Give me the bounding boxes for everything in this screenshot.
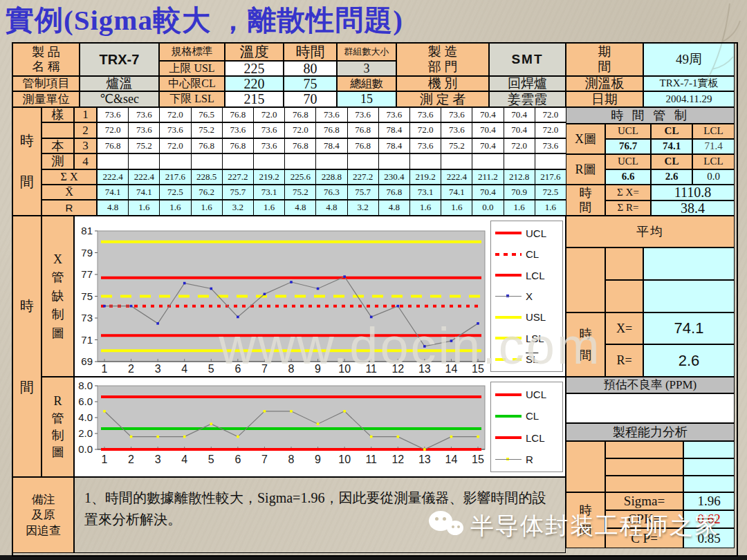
x-tick-label: 7 — [261, 454, 268, 465]
sample-cell: 72.0 — [504, 138, 535, 153]
cpk-value: 0.62 — [683, 510, 735, 528]
spec-standard-label: 規格標準 — [159, 43, 225, 61]
sample-cell: 76.3 — [315, 185, 347, 200]
sample-cell: 73.1 — [253, 185, 285, 200]
x-bar-row-label: X̄ — [42, 185, 97, 200]
lsl-label: 下限 LSL — [159, 91, 225, 107]
sample-cell: 73.6 — [128, 107, 160, 122]
r-row-label: R — [42, 200, 97, 216]
x-tick-label: 5 — [208, 454, 214, 465]
page-title: 實例(Sigma較大 ，離散性問題) — [6, 1, 403, 39]
r-lcl-value: 0.0 — [692, 169, 735, 185]
sample-cell: 73.6 — [253, 122, 285, 138]
sample-cell: 1.6 — [535, 200, 566, 216]
sample-cell: 212.8 — [504, 169, 535, 185]
sample-cell: 72.0 — [253, 107, 285, 122]
sample-cell: 73.6 — [222, 122, 254, 138]
legend-label: UCL — [526, 227, 546, 239]
capability-empty-mid — [605, 476, 683, 492]
sample-cell: 76.8 — [97, 138, 129, 153]
subgroup-size-label: 群組數大小 — [337, 43, 396, 61]
cp-value: 0.85 — [683, 528, 735, 548]
lcl-header: LCL — [692, 124, 735, 139]
sample-label-char: 本 — [42, 138, 74, 153]
r-ucl-value: 6.6 — [605, 169, 651, 185]
average-title: 平均 — [566, 216, 735, 248]
average-empty-mid — [605, 248, 643, 280]
sample-cell: 76.8 — [222, 138, 254, 153]
lsl-time-value: 70 — [284, 91, 337, 107]
slide-root: 實例(Sigma較大 ，離散性問題) 製 品 名 稱 TRX-7 規格標準 溫度… — [0, 0, 747, 560]
subgroup-size-value: 3 — [337, 61, 396, 76]
cpk-label: CPK= — [605, 510, 683, 528]
sample-cell: 1.6 — [504, 200, 535, 216]
x-tick-label: 10 — [338, 363, 351, 375]
capability-empty-mid — [605, 458, 683, 476]
legend-label: LSL — [526, 333, 544, 344]
unit-label: 測量單位 — [12, 91, 80, 107]
x-tick-label: 5 — [208, 363, 214, 375]
notes-label: 備注 及原 因追查 — [12, 477, 74, 553]
sample-cell: 78.4 — [315, 138, 347, 153]
sample-cell — [159, 153, 191, 169]
control-item-value: 爐溫 — [80, 76, 159, 91]
cl-header: CL — [651, 154, 692, 169]
period-value: 49周 — [643, 43, 735, 76]
sample-cell: 1.6 — [128, 200, 160, 216]
legend-lcl-sample — [495, 270, 522, 280]
sample-cell: 1.6 — [159, 200, 191, 216]
r-cl-value: 2.6 — [651, 169, 692, 185]
x-tick-label: 15 — [472, 363, 484, 375]
sample-label-char: 樣 — [42, 107, 74, 122]
usl-temp-value: 225 — [225, 61, 284, 76]
sample-cell: 217.6 — [535, 169, 566, 185]
sample-cell: 72.5 — [535, 185, 566, 200]
r-chart-row-label: R圖 — [566, 154, 605, 185]
x-tick-label: 7 — [261, 363, 268, 375]
x-tick-label: 12 — [391, 363, 404, 375]
measurer-label: 測 定 者 — [396, 91, 489, 107]
time-control-title: 時 間 管 制 — [566, 107, 735, 124]
sample-cell: 219.2 — [409, 169, 441, 185]
y-tick-label: 81 — [81, 225, 93, 236]
legend-item: SL — [495, 353, 558, 365]
avg-r-label: R= — [605, 344, 643, 377]
sample-cell: 76.8 — [191, 138, 223, 153]
temp-board-label: 測溫板 — [566, 76, 643, 91]
x-tick-label: 2 — [128, 454, 134, 465]
legend-cl-sample — [495, 411, 522, 421]
r-chart-legend: UCLCLLCLR — [490, 382, 563, 472]
dept-label: 製 造 部 門 — [396, 43, 489, 76]
average-empty-value — [643, 280, 735, 312]
sample-cell: 4.8 — [284, 200, 316, 216]
capability-empty-value — [683, 458, 735, 476]
legend-item: X — [495, 290, 558, 302]
sample-cell: 72.0 — [409, 122, 441, 138]
sample-cell: 227.2 — [347, 169, 379, 185]
cp-label: C P= — [605, 528, 683, 548]
sample-cell: 76.8 — [222, 107, 254, 122]
sample-cell: 75.2 — [191, 122, 223, 138]
sample-cell: 70.4 — [472, 122, 504, 138]
sample-cell: 1.6 — [253, 200, 285, 216]
legend-item: USL — [495, 311, 558, 323]
sample-cell: 72.0 — [159, 107, 191, 122]
time-average-label: 時 間 — [566, 312, 605, 377]
sample-cell: 211.2 — [472, 169, 504, 185]
lcl-header: LCL — [692, 154, 735, 169]
sample-cell: 228.8 — [315, 169, 347, 185]
cl-header: CL — [651, 124, 692, 139]
sample-index: 1 — [74, 107, 97, 122]
sample-cell — [315, 153, 347, 169]
avg-x-label: X= — [605, 312, 643, 344]
sample-cell: 76.8 — [284, 107, 316, 122]
x-chart-name-label: X 管 缺 制 圖 — [42, 216, 74, 377]
sample-cell: 78.4 — [378, 122, 410, 138]
legend-item: LCL — [495, 270, 558, 281]
sample-cell: 217.6 — [159, 169, 191, 185]
sample-cell: 73.6 — [315, 107, 347, 122]
sample-cell: 72.0 — [97, 122, 129, 138]
x-tick-label: 9 — [315, 363, 321, 375]
sample-cell: 219.2 — [253, 169, 285, 185]
legend-x-sample — [495, 291, 522, 301]
